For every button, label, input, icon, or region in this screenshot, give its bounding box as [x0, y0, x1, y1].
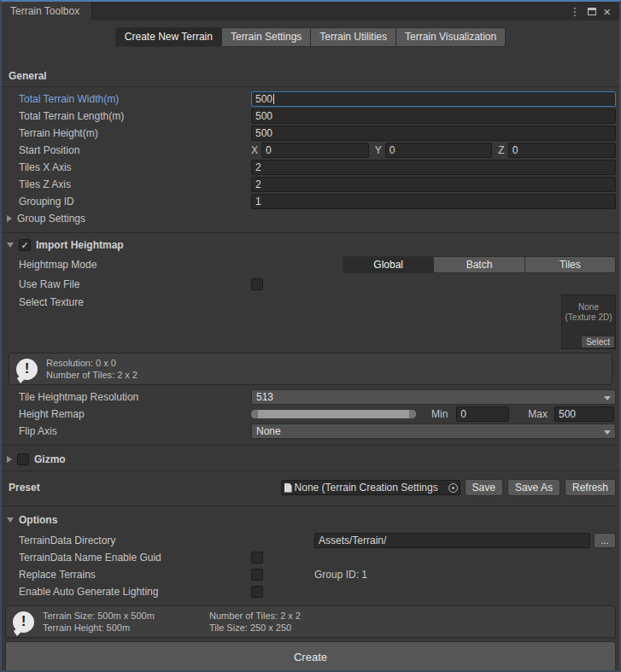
texture-object-well[interactable]: None (Texture 2D) Select	[561, 295, 616, 349]
row-tiles-x-axis: Tiles X Axis 2	[2, 159, 619, 176]
row-terraindata-name-guid: TerrainData Name Enable Guid	[2, 549, 619, 566]
slider-fill	[251, 410, 416, 418]
enable-auto-lighting-checkbox[interactable]	[251, 586, 263, 598]
flip-axis-dropdown[interactable]: None	[251, 424, 616, 439]
terraindata-directory-field[interactable]: Assets/Terrain/	[314, 533, 590, 548]
start-position-x-field[interactable]: 0	[261, 143, 369, 158]
text-caret	[273, 94, 274, 104]
y-axis-label: Y	[375, 144, 385, 156]
tiles-z-axis-field[interactable]: 2	[251, 177, 616, 192]
grouping-id-field[interactable]: 1	[251, 194, 616, 209]
tab-terrain-visualization[interactable]: Terrain Visualization	[396, 27, 506, 47]
gizmo-label: Gizmo	[34, 453, 66, 465]
group-settings-foldout[interactable]: Group Settings	[2, 210, 619, 227]
resolution-line: Resolution: 0 x 0	[46, 357, 138, 369]
preset-label: Preset	[9, 482, 40, 494]
tiles-x-axis-field[interactable]: 2	[251, 160, 616, 175]
use-raw-file-checkbox[interactable]	[251, 278, 263, 290]
slider-min-handle[interactable]	[251, 410, 258, 418]
terrain-toolbox-window: Terrain Toolbox ⋮ × Create New Terrain T…	[0, 0, 621, 672]
grouping-id-label: Grouping ID	[19, 196, 251, 207]
gizmo-section: Gizmo	[2, 451, 619, 468]
import-heightmap-checkbox[interactable]: ✓	[19, 239, 31, 251]
info-icon: !	[13, 611, 34, 633]
preset-object-value: None (Terrain Creation Settings	[295, 482, 446, 494]
use-raw-file-label: Use Raw File	[19, 278, 251, 290]
row-tile-heightmap-resolution: Tile Heightmap Resolution 513	[2, 389, 619, 406]
chevron-right-icon[interactable]	[7, 456, 12, 463]
row-total-terrain-width: Total Terrain Width(m) 500	[2, 91, 619, 108]
separator	[2, 470, 619, 471]
select-texture-label: Select Texture	[19, 295, 251, 308]
options-header: Options	[2, 511, 619, 529]
height-remap-max-field[interactable]: 500	[554, 406, 614, 422]
height-remap-min-field[interactable]: 0	[456, 406, 509, 422]
total-terrain-length-field[interactable]: 500	[251, 108, 616, 124]
start-position-z-field[interactable]: 0	[508, 143, 616, 158]
tab-terrain-settings[interactable]: Terrain Settings	[222, 27, 311, 47]
chevron-down-icon	[604, 396, 611, 400]
preset-refresh-button[interactable]: Refresh	[565, 479, 616, 496]
heightmap-mode-batch-button[interactable]: Batch	[434, 256, 524, 273]
total-terrain-width-field[interactable]: 500	[251, 91, 616, 107]
heightmap-mode-label: Heightmap Mode	[19, 259, 251, 271]
browse-directory-button[interactable]: ...	[594, 533, 616, 548]
close-icon[interactable]: ×	[601, 5, 612, 18]
replace-terrains-checkbox[interactable]	[251, 569, 263, 581]
row-total-terrain-length: Total Terrain Length(m) 500	[2, 108, 619, 125]
window-titlebar: Terrain Toolbox ⋮ ×	[2, 2, 619, 20]
create-button[interactable]: Create	[5, 641, 616, 672]
tiles-x-axis-label: Tiles X Axis	[19, 161, 251, 173]
terrain-height-field[interactable]: 500	[251, 126, 616, 141]
terraindata-name-guid-checkbox[interactable]	[251, 552, 263, 564]
row-flip-axis: Flip Axis None	[2, 423, 619, 440]
import-heightmap-label: Import Heightmap	[36, 239, 124, 251]
start-position-y-field[interactable]: 0	[385, 143, 493, 158]
preset-save-button[interactable]: Save	[465, 479, 503, 496]
heightmap-mode-global-button[interactable]: Global	[343, 256, 434, 273]
tiles-count-line: Number of Tiles: 2 x 2	[46, 369, 138, 381]
chevron-down-icon[interactable]	[7, 517, 14, 523]
preset-save-as-button[interactable]: Save As	[507, 479, 560, 496]
height-remap-slider[interactable]	[251, 410, 416, 418]
resolution-info-box: ! Resolution: 0 x 0 Number of Tiles: 2 x…	[9, 353, 612, 385]
terrain-height-text: Terrain Height: 500m	[43, 622, 209, 634]
slider-max-handle[interactable]	[409, 410, 416, 418]
row-replace-terrains: Replace Terrains Group ID: 1	[2, 566, 619, 583]
object-picker-icon[interactable]	[448, 483, 458, 493]
z-axis-label: Z	[498, 144, 507, 156]
group-id-text: Group ID: 1	[314, 569, 367, 581]
mode-toolbar: Create New Terrain Terrain Settings Terr…	[2, 20, 619, 50]
tab-create-new-terrain[interactable]: Create New Terrain	[115, 27, 222, 47]
row-terrain-height: Terrain Height(m) 500	[2, 125, 619, 142]
chevron-right-icon	[7, 215, 12, 222]
window-tab[interactable]: Terrain Toolbox	[2, 2, 92, 20]
separator	[2, 505, 619, 506]
import-heightmap-header: ✓ Import Heightmap	[2, 237, 619, 254]
menu-kebab-icon[interactable]: ⋮	[566, 6, 583, 17]
terraindata-name-guid-label: TerrainData Name Enable Guid	[19, 552, 251, 564]
number-of-tiles-text: Number of Tiles: 2 x 2	[209, 610, 301, 622]
tile-heightmap-resolution-dropdown[interactable]: 513	[251, 389, 616, 405]
terrain-summary-box: ! Terrain Size: 500m x 500m Terrain Heig…	[5, 605, 616, 638]
tile-size-text: Tile Size: 250 x 250	[209, 622, 301, 634]
row-grouping-id: Grouping ID 1	[2, 193, 619, 210]
row-enable-auto-lighting: Enable Auto Generate Lighting	[2, 583, 619, 600]
total-terrain-width-label: Total Terrain Width(m)	[19, 93, 251, 105]
gizmo-checkbox[interactable]	[17, 453, 29, 465]
asset-file-icon	[284, 483, 292, 493]
chevron-down-icon[interactable]	[7, 243, 14, 248]
row-terraindata-directory: TerrainData Directory Assets/Terrain/ ..…	[2, 532, 619, 549]
max-label: Max	[528, 408, 551, 420]
heightmap-mode-tiles-button[interactable]: Tiles	[525, 256, 616, 273]
x-axis-label: X	[251, 144, 261, 156]
general-header: General	[2, 68, 619, 84]
texture-select-button[interactable]: Select	[581, 336, 615, 348]
preset-object-field[interactable]: None (Terrain Creation Settings	[281, 480, 460, 495]
info-icon: !	[16, 359, 38, 380]
tile-heightmap-resolution-label: Tile Heightmap Resolution	[19, 391, 251, 403]
window-title: Terrain Toolbox	[10, 5, 79, 17]
tab-terrain-utilities[interactable]: Terrain Utilities	[311, 27, 396, 47]
terrain-height-label: Terrain Height(m)	[19, 127, 251, 139]
maximize-icon[interactable]	[588, 8, 596, 15]
